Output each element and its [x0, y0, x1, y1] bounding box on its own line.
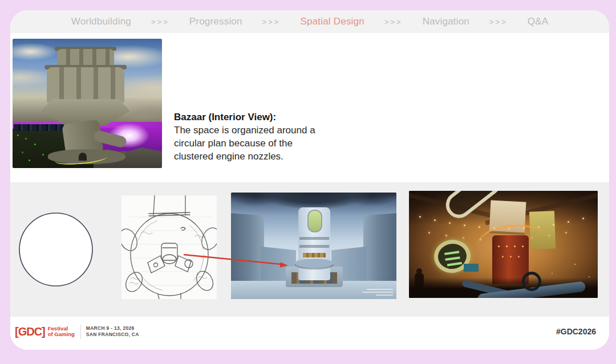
nav-item-qa: Q&A	[528, 16, 549, 27]
blockout-render	[231, 193, 396, 299]
nav-item-worldbuilding: Worldbuilding	[71, 16, 131, 27]
slide-card: Worldbuilding >>> Progression >>> Spatia…	[10, 10, 609, 350]
gallery-strip	[10, 182, 609, 317]
nav-item-progression: Progression	[189, 16, 242, 27]
circle-diagram-svg	[18, 212, 94, 287]
column-lamps	[498, 246, 500, 247]
chevron-separator: >>>	[489, 18, 508, 26]
gdc-logo: [GDC] Festival of Gaming	[15, 325, 75, 338]
editor-stats-overlay	[360, 289, 393, 296]
nav-item-navigation: Navigation	[423, 16, 469, 27]
teal-crate	[464, 264, 479, 272]
string-lights	[419, 216, 421, 218]
hero-tower-tier2	[47, 67, 124, 103]
final-render	[409, 191, 598, 298]
caption-block: Bazaar (Interior View): The space is org…	[174, 111, 322, 163]
footer-divider	[80, 324, 81, 339]
gdc-sub-line2: of Gaming	[48, 332, 75, 338]
caption-title: Bazaar (Interior View):	[174, 111, 322, 124]
blockout-green-capsule	[307, 210, 322, 232]
event-date: MARCH 9 - 13, 2026	[86, 325, 139, 332]
concept-sketch-svg	[121, 195, 217, 299]
circle-diagram	[18, 212, 94, 287]
main-section: Bazaar (Interior View): The space is org…	[10, 33, 609, 182]
event-location: SAN FRANCISCO, CA	[86, 332, 139, 338]
chevron-separator: >>>	[151, 18, 169, 26]
foreground-wheel	[522, 272, 541, 291]
concept-sketch	[121, 195, 217, 299]
column-band	[299, 245, 329, 248]
slide-footer: [GDC] Festival of Gaming MARCH 9 - 13, 2…	[10, 317, 609, 350]
hero-buildings	[14, 124, 64, 131]
gdc-logo-text: [GDC]	[15, 325, 45, 338]
hero-image-bazaar-exterior	[13, 39, 162, 168]
chevron-separator: >>>	[384, 18, 403, 26]
npc-silhouette-head	[416, 268, 422, 274]
slide-progress-nav: Worldbuilding >>> Progression >>> Spatia…	[10, 10, 609, 33]
column-ring	[295, 259, 334, 268]
caption-body: The space is organized around a circular…	[174, 124, 322, 163]
event-date-location: MARCH 9 - 13, 2026 SAN FRANCISCO, CA	[86, 325, 139, 338]
gdc-logo-subtitle: Festival of Gaming	[48, 326, 75, 338]
string-lights	[428, 232, 430, 234]
column-band	[299, 237, 329, 240]
chevron-separator: >>>	[262, 18, 281, 26]
event-hashtag: #GDC2026	[556, 327, 596, 336]
hero-foliage-dots	[17, 134, 19, 136]
nav-item-spatial-design-active: Spatial Design	[300, 16, 364, 27]
column-gold-trim	[303, 253, 326, 257]
